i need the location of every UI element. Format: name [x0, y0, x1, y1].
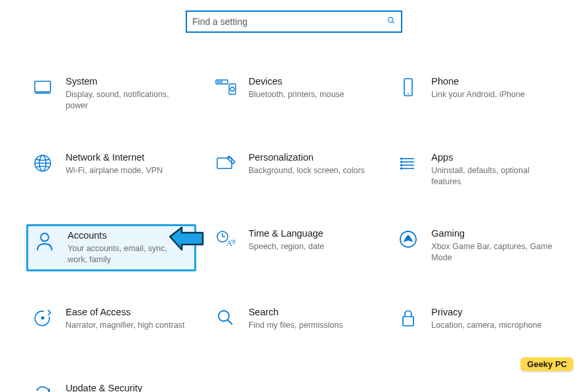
time-language-icon: A 字	[215, 228, 237, 250]
svg-rect-23	[400, 168, 402, 170]
svg-rect-7	[221, 81, 222, 83]
svg-point-0	[388, 17, 393, 22]
accounts-icon	[33, 230, 56, 252]
apps-icon	[397, 152, 419, 174]
svg-rect-6	[219, 81, 220, 83]
tile-title: Phone	[431, 76, 556, 87]
tile-title: Accounts	[68, 230, 189, 241]
tile-desc: Bluetooth, printers, mouse	[249, 89, 374, 100]
tile-network[interactable]: Network & Internet Wi-Fi, airplane mode,…	[26, 148, 196, 193]
tile-text: Privacy Location, camera, microphone	[431, 307, 556, 331]
globe-icon	[32, 152, 54, 174]
magnifier-icon	[215, 307, 237, 329]
tile-time-language[interactable]: A 字 Time & Language Speech, region, date	[209, 224, 379, 271]
tile-desc: Speech, region, date	[249, 241, 374, 252]
tile-accounts[interactable]: Accounts Your accounts, email, sync, wor…	[26, 224, 196, 271]
tile-text: Ease of Access Narrator, magnifier, high…	[66, 307, 191, 331]
tile-desc: Wi-Fi, airplane mode, VPN	[66, 165, 191, 176]
tile-desc: Find my files, permissions	[249, 320, 374, 331]
tile-title: Personalization	[249, 152, 374, 163]
gaming-icon	[397, 228, 419, 250]
system-icon	[32, 76, 54, 98]
tile-title: System	[66, 76, 191, 87]
tile-text: System Display, sound, notifications, po…	[66, 76, 191, 111]
svg-line-33	[228, 320, 232, 324]
tile-privacy[interactable]: Privacy Location, camera, microphone	[392, 303, 562, 347]
svg-point-32	[219, 311, 229, 321]
search-bar-container	[0, 0, 588, 33]
tile-text: Network & Internet Wi-Fi, airplane mode,…	[66, 152, 191, 176]
tile-desc: Location, camera, microphone	[431, 320, 556, 331]
svg-rect-21	[400, 161, 402, 163]
tile-text: Personalization Background, lock screen,…	[249, 152, 374, 176]
search-box[interactable]	[186, 10, 402, 33]
tile-title: Search	[249, 307, 374, 317]
personalization-icon	[215, 152, 237, 174]
svg-point-31	[41, 316, 45, 319]
settings-grid: System Display, sound, notifications, po…	[0, 33, 588, 392]
tile-desc: Narrator, magnifier, high contrast	[66, 320, 191, 331]
svg-point-24	[41, 233, 49, 241]
tile-title: Network & Internet	[66, 152, 191, 163]
lock-icon	[397, 307, 419, 329]
svg-point-11	[408, 93, 409, 94]
tile-personalization[interactable]: Personalization Background, lock screen,…	[209, 148, 379, 193]
svg-text:字: 字	[231, 239, 236, 245]
tile-title: Time & Language	[249, 228, 374, 239]
tile-title: Devices	[249, 76, 374, 87]
svg-rect-34	[403, 317, 413, 326]
search-input[interactable]	[192, 16, 387, 27]
tile-desc: Uninstall, defaults, optional features	[431, 165, 556, 187]
tile-desc: Your accounts, email, sync, work, family	[68, 243, 189, 265]
tile-text: Update & Security Windows Update, recove…	[66, 383, 191, 392]
tile-title: Privacy	[431, 307, 556, 317]
tile-desc: Xbox Game Bar, captures, Game Mode	[431, 241, 556, 264]
tile-devices[interactable]: Devices Bluetooth, printers, mouse	[209, 72, 379, 117]
tile-desc: Background, lock screen, colors	[249, 165, 374, 176]
svg-line-1	[392, 22, 394, 24]
update-icon	[32, 383, 54, 392]
tile-text: Phone Link your Android, iPhone	[431, 76, 556, 100]
svg-rect-5	[217, 81, 219, 83]
ease-of-access-icon	[32, 307, 54, 329]
tile-system[interactable]: System Display, sound, notifications, po…	[26, 72, 196, 117]
tile-title: Update & Security	[66, 383, 191, 392]
svg-rect-22	[400, 165, 402, 167]
tile-text: Time & Language Speech, region, date	[249, 228, 374, 252]
tile-gaming[interactable]: Gaming Xbox Game Bar, captures, Game Mod…	[392, 224, 562, 271]
svg-rect-15	[217, 158, 232, 168]
tile-title: Gaming	[431, 228, 556, 239]
tile-title: Ease of Access	[66, 307, 191, 317]
svg-point-9	[230, 87, 234, 91]
watermark-badge: Geeky PC	[520, 357, 574, 371]
tile-title: Apps	[431, 152, 556, 163]
tile-update-security[interactable]: Update & Security Windows Update, recove…	[26, 379, 196, 392]
tile-text: Accounts Your accounts, email, sync, wor…	[68, 230, 189, 265]
tile-apps[interactable]: Apps Uninstall, defaults, optional featu…	[392, 148, 562, 193]
tile-desc: Display, sound, notifications, power	[66, 89, 191, 111]
tile-phone[interactable]: Phone Link your Android, iPhone	[392, 72, 562, 117]
tile-search[interactable]: Search Find my files, permissions	[209, 303, 379, 347]
devices-icon	[215, 76, 237, 98]
svg-rect-20	[400, 158, 402, 160]
phone-icon	[397, 76, 419, 98]
tile-text: Apps Uninstall, defaults, optional featu…	[431, 152, 556, 187]
tile-text: Devices Bluetooth, printers, mouse	[249, 76, 374, 100]
search-icon	[387, 16, 396, 28]
tile-desc: Link your Android, iPhone	[431, 89, 556, 100]
tile-text: Gaming Xbox Game Bar, captures, Game Mod…	[431, 228, 556, 264]
svg-rect-2	[35, 81, 51, 92]
tile-ease-of-access[interactable]: Ease of Access Narrator, magnifier, high…	[26, 303, 196, 347]
tile-text: Search Find my files, permissions	[249, 307, 374, 331]
